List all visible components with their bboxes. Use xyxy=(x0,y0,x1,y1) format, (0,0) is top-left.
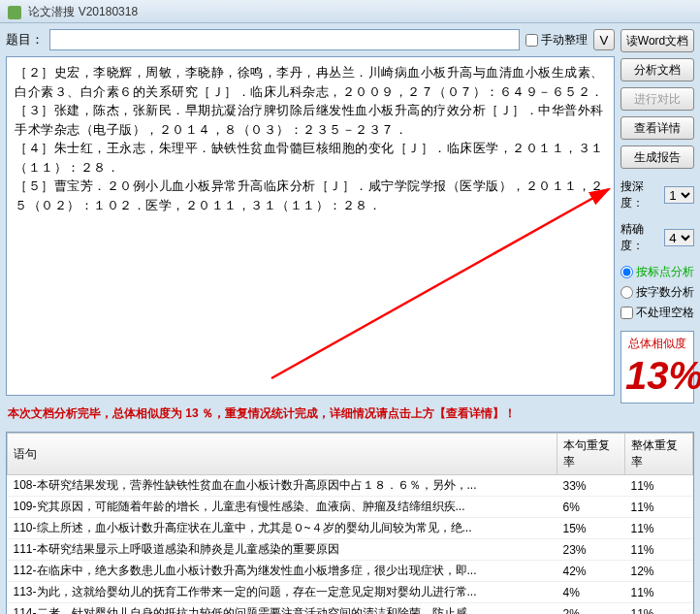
table-cell: 110-综上所述，血小板计数升高症状在儿童中，尤其是０~４岁的婴幼儿间较为常见，… xyxy=(8,518,557,539)
app-icon xyxy=(8,6,21,19)
radio-wordcount[interactable]: 按字数分析 xyxy=(620,284,694,301)
report-button[interactable]: 生成报告 xyxy=(620,145,694,169)
accuracy-row: 精确度： 4 xyxy=(620,221,694,254)
ref-line: ［５］曹宝芳．２０例小儿血小板异常升高临床分析［Ｊ］．咸宁学院学报（医学版），２… xyxy=(15,177,606,214)
table-cell: 108-本研究结果发现，营养性缺铁性贫血在血小板计数升高原因中占１８．６％，另外… xyxy=(8,475,557,497)
results-table: 语句 本句重复率 整体重复率 108-本研究结果发现，营养性缺铁性贫血在血小板计… xyxy=(7,433,693,614)
app-title: 论文潜搜 V20180318 xyxy=(28,5,138,18)
radio-punct[interactable]: 按标点分析 xyxy=(620,264,694,280)
depth-row: 搜深度： 1 xyxy=(620,178,694,211)
table-row[interactable]: 108-本研究结果发现，营养性缺铁性贫血在血小板计数升高原因中占１８．６％，另外… xyxy=(8,475,693,497)
similarity-label: 总体相似度 xyxy=(625,336,689,352)
table-cell: 111-本研究结果显示上呼吸道感染和肺炎是儿童感染的重要原因 xyxy=(8,539,557,561)
table-cell: 23% xyxy=(557,539,625,561)
table-cell: 15% xyxy=(557,518,625,539)
ref-line: ［２］史宏，李晓辉，周敏，李晓静，徐鸣，李丹，冉丛兰．川崎病血小板升高与血清血小… xyxy=(15,63,606,101)
table-row[interactable]: 110-综上所述，血小板计数升高症状在儿童中，尤其是０~４岁的婴幼儿间较为常见，… xyxy=(8,518,693,539)
table-cell: 11% xyxy=(625,582,693,603)
table-cell: 33% xyxy=(557,475,625,497)
v-button[interactable]: V xyxy=(593,29,615,50)
table-cell: 113-为此，这就给婴幼儿的抚育工作带来一定的问题，存在一定意见定期对婴幼儿进行… xyxy=(8,582,557,603)
col-sentence-rate[interactable]: 本句重复率 xyxy=(557,434,625,475)
accuracy-select[interactable]: 4 xyxy=(664,229,694,246)
table-cell: 6% xyxy=(557,497,625,518)
table-row[interactable]: 112-在临床中，绝大多数患儿血小板计数升高为继发性血小板增多症，很少出现症状，… xyxy=(8,561,693,582)
table-row[interactable]: 111-本研究结果显示上呼吸道感染和肺炎是儿童感染的重要原因23%11% xyxy=(8,539,693,561)
col-sentence[interactable]: 语句 xyxy=(8,434,557,475)
table-row[interactable]: 114-二者，针对婴幼儿自身的抵抗力较低的问题需要注意活动空间的清洁和除菌，防止… xyxy=(8,603,693,615)
chk-nospace-input[interactable] xyxy=(620,307,633,319)
table-cell: 11% xyxy=(625,518,693,539)
table-row[interactable]: 109-究其原因，可能随着年龄的增长，儿童患有慢性感染、血液病、肿瘤及结缔组织疾… xyxy=(8,497,693,518)
depth-label: 搜深度： xyxy=(620,178,662,211)
compare-button[interactable]: 进行对比 xyxy=(620,87,694,111)
read-word-button[interactable]: 读Word文档 xyxy=(620,29,694,52)
table-cell: 109-究其原因，可能随着年龄的增长，儿童患有慢性感染、血液病、肿瘤及结缔组织疾… xyxy=(8,497,557,518)
table-cell: 11% xyxy=(625,539,693,561)
table-cell: 11% xyxy=(625,475,693,497)
table-cell: 112-在临床中，绝大多数患儿血小板计数升高为继发性血小板增多症，很少出现症状，… xyxy=(8,561,557,582)
manual-checkbox[interactable] xyxy=(525,34,538,47)
manual-check[interactable]: 手动整理 xyxy=(525,32,588,48)
text-panel: ［２］史宏，李晓辉，周敏，李晓静，徐鸣，李丹，冉丛兰．川崎病血小板升高与血清血小… xyxy=(6,56,615,396)
radio-punct-input[interactable] xyxy=(620,266,633,278)
ref-line: ［４］朱士红，王永志，朱理平．缺铁性贫血骨髓巨核细胞的变化［Ｊ］．临床医学，２０… xyxy=(15,139,606,177)
col-overall-rate[interactable]: 整体重复率 xyxy=(625,434,693,475)
summary-line: 本次文档分析完毕，总体相似度为 13 ％，重复情况统计完成，详细情况请点击上方【… xyxy=(6,402,615,426)
topic-input[interactable] xyxy=(49,29,520,50)
table-row[interactable]: 113-为此，这就给婴幼儿的抚育工作带来一定的问题，存在一定意见定期对婴幼儿进行… xyxy=(8,582,693,603)
topic-row: 题目： 手动整理 V xyxy=(6,29,615,50)
depth-select[interactable]: 1 xyxy=(664,186,694,204)
similarity-box: 总体相似度 13% xyxy=(620,331,694,404)
table-cell: 11% xyxy=(625,603,693,615)
similarity-value: 13% xyxy=(625,352,689,399)
table-cell: 2% xyxy=(557,603,625,615)
titlebar: 论文潜搜 V20180318 xyxy=(0,0,700,23)
manual-label: 手动整理 xyxy=(541,32,588,48)
table-cell: 11% xyxy=(625,497,693,518)
radio-group: 按标点分析 按字数分析 不处理空格 xyxy=(620,264,694,321)
table-cell: 12% xyxy=(625,561,693,582)
table-cell: 42% xyxy=(557,561,625,582)
table-cell: 4% xyxy=(557,582,625,603)
analyze-button[interactable]: 分析文档 xyxy=(620,58,694,81)
details-button[interactable]: 查看详情 xyxy=(620,116,694,140)
table-cell: 114-二者，针对婴幼儿自身的抵抗力较低的问题需要注意活动空间的清洁和除菌，防止… xyxy=(8,603,557,615)
accuracy-label: 精确度： xyxy=(620,221,662,254)
radio-wordcount-input[interactable] xyxy=(620,286,633,299)
results-table-wrap: 语句 本句重复率 整体重复率 108-本研究结果发现，营养性缺铁性贫血在血小板计… xyxy=(6,432,694,614)
chk-nospace[interactable]: 不处理空格 xyxy=(620,305,694,321)
topic-label: 题目： xyxy=(6,31,44,48)
ref-line: ［３］张建，陈杰，张新民．早期抗凝治疗脾切除后继发性血小板升高的疗效分析［Ｊ］．… xyxy=(15,101,606,139)
